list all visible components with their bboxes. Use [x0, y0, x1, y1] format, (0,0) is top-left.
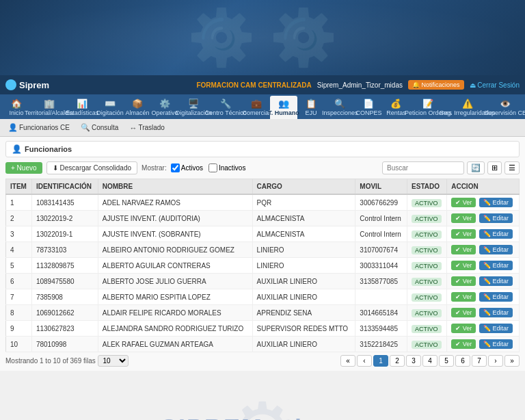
nav-item-t-humano[interactable]: 👥 T. Humano [270, 96, 297, 119]
cell-movil: Control Intern [355, 211, 407, 226]
page-prev-button[interactable]: ‹ [357, 355, 372, 367]
nav-item-eju[interactable]: 📋 EJU [297, 96, 325, 119]
activos-checkbox-label[interactable]: Activos [171, 163, 203, 172]
digitalizacion-icon: 🖥️ [188, 99, 199, 109]
edit-button[interactable]: ✏️ Editar [479, 198, 513, 207]
traslado-icon: ↔️ [129, 124, 137, 132]
nav-label-eju: EJU [306, 109, 317, 116]
edit-button[interactable]: ✏️ Editar [479, 213, 513, 223]
search-input[interactable] [382, 161, 464, 174]
nav-item-supervision[interactable]: 👁️ Supervisión CE [488, 96, 522, 119]
sub-nav-consulta[interactable]: 🔍 Consulta [77, 122, 122, 133]
nav-item-seg-irregularidades[interactable]: ⚠️ Seg. Irregularidades [446, 96, 488, 119]
ver-button[interactable]: ✔ Ver [451, 292, 476, 302]
nav-item-estadisticas[interactable]: 📊 Estadísticas [68, 96, 96, 119]
refresh-button[interactable]: 🔄 [467, 161, 485, 174]
estadisticas-icon: 📊 [77, 99, 88, 109]
page-3-button[interactable]: 3 [406, 355, 421, 367]
page-6-button[interactable]: 6 [455, 355, 470, 367]
grid-view-button[interactable]: ⊞ [487, 161, 502, 174]
nav-label-t-humano: T. Humano [268, 109, 299, 116]
ver-button[interactable]: ✔ Ver [451, 261, 476, 270]
page-4-button[interactable]: 4 [422, 355, 438, 367]
edit-button[interactable]: ✏️ Editar [479, 229, 513, 239]
ver-button[interactable]: ✔ Ver [451, 198, 476, 207]
cell-cargo: LINIERO [252, 258, 355, 274]
sub-nav-traslado[interactable]: ↔️ Traslado [125, 122, 169, 133]
page-1-button[interactable]: 1 [373, 355, 388, 367]
ver-button[interactable]: ✔ Ver [451, 245, 476, 254]
nav-label-operativo: Operativo [152, 109, 178, 116]
cell-accion: ✔ Ver ✏️ Editar [447, 305, 520, 321]
new-button[interactable]: + Nuevo [5, 162, 42, 174]
inactivos-checkbox[interactable] [208, 163, 217, 172]
download-button[interactable]: ⬇ Descargar Consolidado [46, 161, 138, 174]
table-footer: Mostrando 1 to 10 of 369 filas 10 25 50 … [5, 355, 520, 367]
status-badge: ACTIVO [412, 309, 442, 317]
nav-item-comercial[interactable]: 💼 Comercial [243, 96, 270, 119]
ver-button[interactable]: ✔ Ver [451, 213, 476, 223]
cell-estado: ACTIVO [407, 321, 447, 337]
page-last-button[interactable]: » [504, 355, 520, 367]
cell-id: 1069012662 [31, 305, 98, 321]
ver-button[interactable]: ✔ Ver [451, 324, 476, 333]
sub-nav-funcionarios-ce[interactable]: 👤 Funcionarios CE [4, 122, 74, 133]
nav-item-centro-tecnico[interactable]: 🔧 Centro Técnico [209, 96, 243, 119]
page-2-button[interactable]: 2 [390, 355, 405, 367]
ver-button[interactable]: ✔ Ver [451, 276, 476, 286]
col-estado: ESTADO [407, 179, 447, 195]
table-row: 5 1132809875 ALBERTO AGUILAR CONTRERAS L… [6, 258, 520, 274]
rows-per-page-select[interactable]: 10 25 50 100 [98, 355, 129, 367]
edit-button[interactable]: ✏️ Editar [479, 276, 513, 286]
edit-button[interactable]: ✏️ Editar [479, 324, 513, 333]
cell-accion: ✔ Ver ✏️ Editar [447, 194, 520, 211]
cell-cargo: AUXILIAR LINIERO [252, 274, 355, 289]
cell-id: 1132809875 [31, 258, 98, 274]
col-movil: MOVIL [355, 179, 407, 195]
cell-nombre: ALBERTO AGUILAR CONTRERAS [98, 258, 252, 274]
cell-movil: 3152218425 [355, 337, 407, 352]
notifications-button[interactable]: 🔔 Notificaciones [408, 80, 464, 90]
nav-item-conpes[interactable]: 📄 CONPES [355, 96, 382, 119]
cell-id: 7385908 [31, 289, 98, 305]
page-7-button[interactable]: 7 [472, 355, 487, 367]
edit-button[interactable]: ✏️ Editar [479, 308, 513, 317]
watermark-logo: SIPREMcols.a.s SISTEMATIZACIÓN INTEGRAL … [125, 415, 400, 420]
t-humano-icon: 👥 [278, 99, 289, 109]
nav-item-almacen[interactable]: 📦 Almacén [124, 96, 151, 119]
rows-label [130, 357, 132, 365]
nav-item-operativo[interactable]: ⚙️ Operativo [151, 96, 178, 119]
page-next-button[interactable]: › [488, 355, 503, 367]
toolbar-right: 🔄 ⊞ ☰ [382, 161, 520, 174]
activos-checkbox[interactable] [171, 163, 180, 172]
logout-button[interactable]: ⏏ Cerrar Sesión [470, 81, 520, 89]
nav-item-digitacion[interactable]: ⌨️ Digitación [96, 96, 124, 119]
territorial-icon: 🏢 [44, 99, 55, 109]
nav-item-territorial[interactable]: 🏢 Territorial/Alcaldia [30, 96, 68, 119]
cell-cargo: APRENDIZ SENA [252, 305, 355, 321]
nav-label-almacen: Almacén [126, 109, 150, 116]
edit-button[interactable]: ✏️ Editar [479, 339, 513, 349]
status-badge: ACTIVO [412, 293, 442, 302]
edit-button[interactable]: ✏️ Editar [479, 245, 513, 254]
edit-button[interactable]: ✏️ Editar [479, 261, 513, 270]
nav-item-inspecciones[interactable]: 🔍 Inspecciones [325, 96, 355, 119]
inactivos-checkbox-label[interactable]: Inactivos [208, 163, 245, 172]
col-item: ITEM [6, 179, 32, 195]
cell-id: 78010998 [31, 337, 98, 352]
eju-icon: 📋 [306, 99, 317, 109]
cell-id: 1083141435 [31, 194, 98, 211]
nav-label-centro-tecnico: Centro Técnico [205, 109, 247, 116]
cell-accion: ✔ Ver ✏️ Editar [447, 321, 520, 337]
cell-movil: 3014665184 [355, 305, 407, 321]
page-5-button[interactable]: 5 [439, 355, 454, 367]
list-view-button[interactable]: ☰ [504, 161, 520, 174]
comercial-icon: 💼 [251, 99, 262, 109]
ver-button[interactable]: ✔ Ver [451, 229, 476, 239]
cell-item: 6 [6, 274, 32, 289]
edit-button[interactable]: ✏️ Editar [479, 292, 513, 302]
page-first-button[interactable]: « [340, 355, 355, 367]
table-row: 2 13022019-2 AJUSTE INVENT. (AUDITORIA) … [6, 211, 520, 226]
ver-button[interactable]: ✔ Ver [451, 308, 476, 317]
ver-button[interactable]: ✔ Ver [451, 339, 476, 349]
